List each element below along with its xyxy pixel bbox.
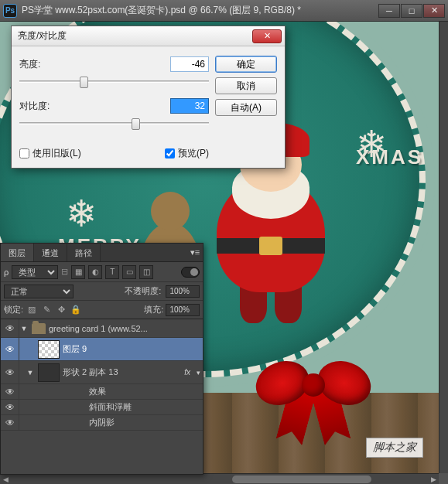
auto-button[interactable]: 自动(A) (215, 99, 277, 116)
layer-group-row[interactable]: 👁 ▼ greeting card 1 (www.52... (1, 319, 203, 338)
preview-label: 预览(P) (178, 147, 209, 160)
filter-adjustment-icon[interactable]: ◐ (88, 265, 102, 279)
layer-row[interactable]: 👁 ▼ 形状 2 副本 13 fx ▾ (1, 361, 203, 384)
layer-name[interactable]: greeting card 1 (www.52... (49, 324, 203, 333)
dialog-title-text: 亮度/对比度 (18, 29, 67, 43)
filter-pixel-icon[interactable]: ▦ (71, 265, 85, 279)
preview-checkbox-row[interactable]: 预览(P) (165, 147, 209, 160)
layer-twisty[interactable]: ▼ (26, 369, 35, 377)
contrast-slider-thumb[interactable] (132, 118, 140, 130)
horizontal-scroll-thumb[interactable] (232, 475, 371, 483)
xmas-text: XMAS (356, 145, 423, 169)
legacy-label: 使用旧版(L) (32, 147, 81, 160)
effect-bevel-row[interactable]: 👁 斜面和浮雕 (1, 400, 203, 415)
inner-shadow-label: 内阴影 (89, 417, 115, 428)
contrast-slider[interactable] (19, 116, 209, 131)
cancel-button[interactable]: 取消 (215, 77, 277, 94)
filter-type-icon[interactable]: T (105, 265, 119, 279)
tab-channels[interactable]: 通道 (34, 244, 67, 261)
panel-menu-button[interactable]: ▾≡ (187, 244, 203, 261)
layer-name[interactable]: 图层 9 (63, 343, 203, 355)
layer-filter-row: ρ 类型 ⊟ ▦ ◐ T ▭ ◫ (1, 262, 203, 282)
lock-position-icon[interactable]: ✥ (55, 304, 67, 316)
maximize-button[interactable]: □ (401, 4, 422, 18)
layer-row-selected[interactable]: 👁 图层 9 (1, 338, 203, 361)
close-button[interactable]: ✕ (423, 4, 445, 18)
panel-tabs: 图层 通道 路径 ▾≡ (1, 244, 203, 262)
layer-thumbnail[interactable] (38, 340, 60, 359)
legacy-checkbox[interactable] (19, 148, 29, 158)
fx-badge[interactable]: fx (184, 368, 190, 377)
lock-all-icon[interactable]: 🔒 (70, 304, 82, 316)
filter-kind-select[interactable]: 类型 (12, 265, 58, 279)
filter-toggle[interactable] (181, 267, 200, 278)
layers-panel: 图层 通道 路径 ▾≡ ρ 类型 ⊟ ▦ ◐ T ▭ ◫ 正常 不透明度: 10… (0, 243, 203, 475)
ok-button[interactable]: 确定 (215, 56, 277, 73)
filter-shape-icon[interactable]: ▭ (122, 265, 136, 279)
minimize-button[interactable]: ─ (378, 4, 400, 18)
lock-label: 锁定: (4, 304, 23, 315)
watermark: 脚本之家 (366, 438, 423, 458)
vertical-scrollbar[interactable] (439, 22, 448, 473)
brightness-label: 亮度: (19, 58, 60, 71)
brightness-input[interactable] (170, 56, 209, 72)
document-title: PS学堂 www.52psxt.com(圣诞贺卡).psd @ 66.7% (图… (22, 4, 378, 17)
effects-label: 效果 (89, 386, 106, 397)
tab-layers[interactable]: 图层 (1, 244, 34, 261)
opacity-label: 不透明度: (125, 285, 161, 297)
scroll-right-arrow-icon[interactable]: ▶ (428, 474, 439, 484)
ribbon-bow (255, 346, 371, 439)
layer-thumbnail[interactable] (38, 363, 60, 382)
effects-row[interactable]: 👁 效果 (1, 384, 203, 400)
blend-mode-select[interactable]: 正常 (4, 285, 74, 298)
tab-paths[interactable]: 路径 (67, 244, 101, 261)
horizontal-scrollbar[interactable]: ◀ ▶ (0, 473, 439, 484)
filter-kind-icon: ρ (4, 268, 9, 277)
visibility-toggle[interactable]: 👁 (1, 319, 19, 337)
lock-transparency-icon[interactable]: ▨ (26, 304, 38, 316)
filter-divider: ⊟ (61, 267, 68, 277)
visibility-toggle[interactable]: 👁 (1, 400, 19, 414)
filter-smart-icon[interactable]: ◫ (139, 265, 153, 279)
snowflake-icon: ❄ (66, 192, 97, 235)
photoshop-icon: Ps (3, 4, 17, 18)
lock-pixels-icon[interactable]: ✎ (40, 304, 53, 316)
opacity-value[interactable]: 100% (166, 285, 200, 298)
contrast-label: 对比度: (19, 100, 60, 113)
preview-checkbox[interactable] (165, 148, 175, 158)
brightness-slider-thumb[interactable] (80, 77, 88, 88)
bevel-label: 斜面和浮雕 (89, 401, 132, 413)
blend-opacity-row: 正常 不透明度: 100% (1, 282, 203, 301)
scroll-left-arrow-icon[interactable]: ◀ (0, 474, 11, 484)
group-twisty[interactable]: ▼ (19, 325, 29, 332)
layer-name[interactable]: 形状 2 副本 13 (63, 366, 184, 378)
visibility-toggle[interactable]: 👁 (1, 384, 19, 399)
legacy-checkbox-row[interactable]: 使用旧版(L) (19, 147, 165, 160)
visibility-toggle[interactable]: 👁 (1, 415, 19, 430)
fx-twisty[interactable]: ▾ (193, 369, 203, 377)
folder-icon (32, 323, 46, 334)
app-titlebar: Ps PS学堂 www.52psxt.com(圣诞贺卡).psd @ 66.7%… (0, 0, 448, 22)
dialog-close-button[interactable]: ✕ (252, 29, 282, 43)
effect-inner-shadow-row[interactable]: 👁 内阴影 (1, 415, 203, 431)
fill-label: 填充: (144, 304, 163, 315)
lock-fill-row: 锁定: ▨ ✎ ✥ 🔒 填充: 100% (1, 301, 203, 319)
layer-list: 👁 ▼ greeting card 1 (www.52... 👁 图层 9 👁 … (1, 319, 203, 431)
visibility-toggle[interactable]: 👁 (1, 338, 19, 360)
visibility-toggle[interactable]: 👁 (1, 361, 19, 383)
brightness-slider[interactable] (19, 74, 209, 90)
dialog-titlebar[interactable]: 亮度/对比度 ✕ (12, 26, 285, 46)
menu-icon: ▾≡ (190, 247, 200, 257)
brightness-contrast-dialog: 亮度/对比度 ✕ 亮度: 对比度: (11, 26, 286, 169)
contrast-input[interactable] (170, 98, 209, 114)
fill-value[interactable]: 100% (166, 304, 200, 316)
